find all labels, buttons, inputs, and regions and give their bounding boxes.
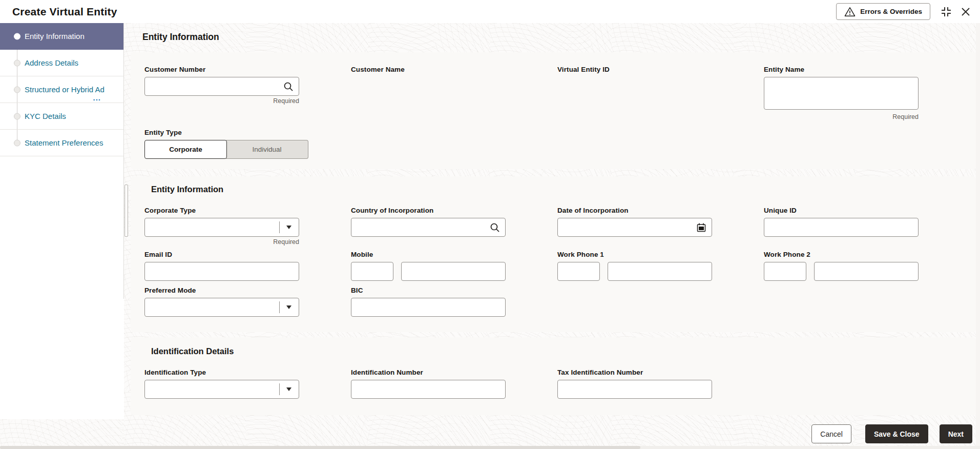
- mobile-label: Mobile: [351, 251, 506, 258]
- customer-name-field: Customer Name: [351, 66, 506, 96]
- entity-name-label: Entity Name: [764, 66, 919, 73]
- general-info-card: Customer Number Required Customer Name V…: [131, 52, 976, 169]
- customer-number-label: Customer Number: [144, 66, 299, 73]
- cancel-button[interactable]: Cancel: [811, 424, 851, 443]
- corporate-type-label: Corporate Type: [144, 207, 299, 214]
- date-of-incorporation-label: Date of Incorporation: [557, 207, 712, 214]
- entity-type-individual-button[interactable]: Individual: [226, 140, 308, 159]
- step-dot: [14, 33, 20, 39]
- sidebar-item-entity-information[interactable]: Entity Information: [0, 23, 123, 50]
- work-phone-2-field: Work Phone 2: [764, 251, 919, 281]
- email-id-input[interactable]: [144, 262, 299, 281]
- identification-type-field: Identification Type: [144, 369, 299, 399]
- preferred-mode-select[interactable]: [144, 298, 299, 317]
- header-actions: Errors & Overrides: [836, 3, 972, 20]
- errors-overrides-button[interactable]: Errors & Overrides: [836, 3, 930, 20]
- step-label: Address Details: [25, 58, 78, 67]
- chevron-down-icon[interactable]: [279, 218, 299, 236]
- sidebar-item-statement-preferences[interactable]: Statement Preferences: [0, 130, 123, 156]
- footer-background-strip: [0, 419, 124, 449]
- close-icon[interactable]: [959, 5, 972, 18]
- date-of-incorporation-field: Date of Incorporation: [557, 207, 712, 237]
- entity-information-heading: Entity Information: [151, 185, 976, 194]
- work-phone-2-label: Work Phone 2: [764, 251, 919, 258]
- step-label: Entity Information: [25, 32, 85, 40]
- search-icon[interactable]: [489, 221, 501, 234]
- sidebar-item-kyc-details[interactable]: KYC Details: [0, 103, 123, 130]
- identification-type-label: Identification Type: [144, 369, 299, 376]
- mobile-country-code-input[interactable]: [351, 262, 393, 281]
- step-dot: [14, 59, 20, 66]
- customer-number-field: Customer Number Required: [144, 66, 299, 105]
- steps-sidebar: Entity Information Address Details Struc…: [0, 23, 124, 299]
- mobile-number-input[interactable]: [401, 262, 506, 281]
- identification-number-input[interactable]: [351, 380, 506, 399]
- tax-identification-number-input[interactable]: [557, 380, 712, 399]
- horizontal-scrollbar-track[interactable]: [0, 446, 980, 449]
- step-dot: [14, 139, 20, 146]
- collapse-icon[interactable]: [939, 4, 954, 19]
- chevron-down-icon[interactable]: [279, 298, 299, 316]
- step-dot: [14, 86, 20, 93]
- chevron-down-icon[interactable]: [279, 380, 299, 398]
- sidebar-item-structured-or-hybrid-address[interactable]: Structured or Hybrid Ad ...: [0, 76, 123, 103]
- bic-input[interactable]: [351, 298, 506, 317]
- entity-type-toggle: Corporate Individual: [144, 140, 976, 159]
- corporate-type-select[interactable]: [144, 218, 299, 237]
- identification-number-field: Identification Number: [351, 369, 506, 399]
- tax-identification-number-label: Tax Identification Number: [557, 369, 712, 376]
- mobile-field: Mobile: [351, 251, 506, 281]
- country-of-incorporation-field: Country of Incorporation: [351, 207, 506, 237]
- identification-details-heading: Identification Details: [151, 346, 976, 356]
- identification-type-select[interactable]: [144, 380, 299, 399]
- search-icon[interactable]: [282, 80, 295, 93]
- work-phone-1-number-input[interactable]: [608, 262, 712, 281]
- country-of-incorporation-input[interactable]: [351, 218, 506, 237]
- identification-number-label: Identification Number: [351, 369, 506, 376]
- right-scrollbar-track[interactable]: [976, 23, 980, 446]
- entity-type-corporate-button[interactable]: Corporate: [144, 140, 227, 159]
- unique-id-input[interactable]: [764, 218, 919, 237]
- sidebar-item-address-details[interactable]: Address Details: [0, 50, 123, 76]
- next-button[interactable]: Next: [940, 424, 972, 443]
- calendar-icon[interactable]: [695, 221, 707, 234]
- email-id-label: Email ID: [144, 251, 299, 258]
- customer-name-label: Customer Name: [351, 66, 506, 73]
- errors-overrides-label: Errors & Overrides: [860, 8, 922, 15]
- window-header: Create Virtual Entity Errors & Overrides: [0, 0, 980, 23]
- step-label-ellipsis: ...: [93, 93, 101, 102]
- step-label: Structured or Hybrid Ad: [25, 85, 105, 94]
- virtual-entity-id-label: Virtual Entity ID: [557, 66, 712, 73]
- corporate-type-field: Corporate Type Required: [144, 207, 299, 246]
- entity-type-label: Entity Type: [144, 129, 976, 136]
- entity-information-card: Entity Information Corporate Type Requir…: [131, 176, 976, 332]
- preferred-mode-label: Preferred Mode: [144, 287, 299, 294]
- unique-id-label: Unique ID: [764, 207, 919, 214]
- work-phone-1-field: Work Phone 1: [557, 251, 712, 281]
- work-phone-1-code-input[interactable]: [557, 262, 600, 281]
- identification-details-card: Identification Details Identification Ty…: [131, 337, 976, 415]
- save-and-close-button[interactable]: Save & Close: [865, 424, 928, 443]
- tax-identification-number-field: Tax Identification Number: [557, 369, 712, 399]
- required-hint: Required: [144, 97, 299, 105]
- work-phone-1-label: Work Phone 1: [557, 251, 712, 258]
- warning-triangle-icon: [844, 7, 856, 17]
- work-phone-2-number-input[interactable]: [814, 262, 919, 281]
- country-of-incorporation-label: Country of Incorporation: [351, 207, 506, 214]
- bic-field: BIC: [351, 287, 506, 317]
- entity-name-input[interactable]: [764, 77, 919, 110]
- section-page-heading: Entity Information: [142, 32, 219, 43]
- entity-type-field: Entity Type Corporate Individual: [144, 129, 976, 159]
- horizontal-scrollbar-thumb[interactable]: [0, 446, 640, 449]
- customer-number-input[interactable]: [144, 77, 299, 96]
- sidebar-extension: [0, 299, 124, 419]
- sidebar-scrollbar-thumb[interactable]: [124, 185, 128, 237]
- unique-id-field: Unique ID: [764, 207, 919, 237]
- step-dot: [14, 113, 20, 119]
- email-id-field: Email ID: [144, 251, 299, 281]
- virtual-entity-id-field: Virtual Entity ID: [557, 66, 712, 96]
- step-label: Statement Preferences: [25, 138, 103, 147]
- date-of-incorporation-input[interactable]: [557, 218, 712, 237]
- required-hint: Required: [144, 238, 299, 246]
- work-phone-2-code-input[interactable]: [764, 262, 806, 281]
